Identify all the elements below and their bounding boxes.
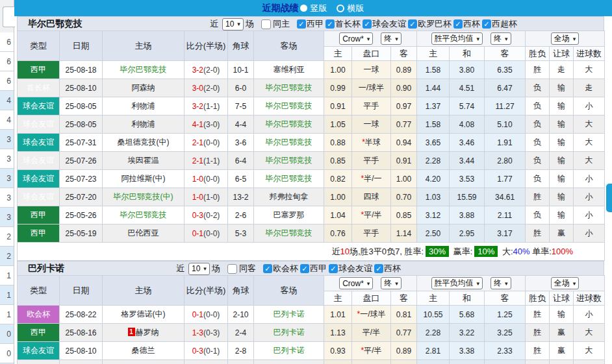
handicap-line: 四球 — [352, 188, 391, 206]
chevron-down-icon: ▾ — [367, 36, 370, 42]
league-filter-checkbox[interactable]: ✓球会友谊 — [329, 263, 372, 274]
radio-vertical-label[interactable]: 竖版 — [311, 3, 327, 14]
avg-time-select[interactable]: 终▾ — [491, 277, 511, 289]
avg-type-select[interactable]: 胜平负均值▾ — [431, 277, 483, 289]
avg-time-select[interactable]: 终▾ — [491, 32, 511, 45]
same-away-checkbox[interactable] — [227, 264, 237, 274]
avg-home-odds: 1.37 — [417, 97, 450, 115]
col-type: 类型 — [18, 31, 60, 61]
avg-draw-odds: 3.46 — [450, 134, 485, 152]
games-label: 场 — [212, 263, 220, 274]
result-goals: 走 — [574, 79, 605, 97]
avg-away-odds: 6.35 — [485, 61, 526, 79]
league-filter-checkbox[interactable]: ✓球会友谊 — [363, 18, 406, 30]
league-filter-checkbox[interactable]: ✓西甲 — [300, 263, 327, 274]
match-date: 25-08-22 — [60, 306, 103, 324]
filter-bar: 近 10▾ 场 同客 ✓欧会杯✓西甲✓球会友谊✓西杯 — [176, 261, 403, 276]
match-date: 25-08-16 — [60, 324, 103, 342]
avg-home-odds: 2.28 — [417, 324, 450, 342]
league-filter-label: 西杯 — [384, 263, 401, 274]
result-wdl: 平 — [526, 360, 550, 364]
result-wdl: 负 — [526, 134, 550, 152]
league-filter-checkbox[interactable]: ✓西杯 — [374, 263, 401, 274]
radio-horizontal-icon[interactable] — [337, 5, 344, 12]
avg-draw-odds — [450, 360, 485, 364]
away-team: 塞维利亚 — [254, 61, 324, 79]
match-type-badge: 球会友谊 — [18, 342, 60, 360]
avg-draw-odds: 4.51 — [450, 79, 485, 97]
league-filter-checkbox[interactable]: ✓首长杯 — [325, 18, 361, 30]
scope-select[interactable]: 全场▾ — [551, 277, 580, 289]
away-team: 邦弗拉甸拿 — [254, 188, 324, 206]
chevron-down-icon: ▾ — [237, 21, 240, 27]
left-table-number: 3 — [0, 208, 14, 227]
section-athletic-bilbao: 毕尔巴鄂竞技 近 10▾ 场 同主 ✓西甲✓首长杯✓球会友谊✓欧罗巴杯✓西杯✓西… — [17, 16, 604, 261]
away-team: 毕尔巴鄂竞技 — [254, 224, 324, 243]
chevron-down-icon: ▾ — [505, 36, 508, 42]
corner-score: 2-8 — [228, 342, 254, 360]
league-filter-checkbox[interactable]: ✓西杯 — [453, 18, 480, 30]
result-goals: 小 — [574, 306, 605, 324]
match-row: 球会友谊25-07-31桑坦德竞技(中)2-1(0-0)3-6毕尔巴鄂竞技0.8… — [18, 134, 605, 152]
league-filter-checkbox[interactable]: ✓西甲 — [297, 18, 324, 30]
match-row: 西甲25-08-18毕尔巴鄂竞技3-2(2-0)10-1塞维利亚1.00一球0.… — [18, 61, 605, 79]
league-filter-checkbox[interactable]: ✓西超杯 — [482, 18, 517, 30]
recent-count-select[interactable]: 10▾ — [222, 18, 244, 30]
scope-select[interactable]: 全场▾ — [551, 32, 580, 45]
left-table-number: 1 — [0, 305, 14, 324]
checkbox-checked-icon: ✓ — [300, 264, 309, 273]
red-card-badge: 1 — [128, 328, 135, 336]
filter-bar: 近 10▾ 场 同主 ✓西甲✓首长杯✓球会友谊✓欧罗巴杯✓西杯✓西超杯 — [210, 17, 519, 31]
sub-wdl: 胜负 — [526, 291, 550, 306]
radio-horizontal-label[interactable]: 横版 — [348, 3, 364, 14]
result-goals: 大 — [574, 324, 605, 342]
away-team: 巴列卡诺 — [254, 342, 324, 360]
handicap-line: 一球 — [352, 115, 391, 134]
avg-away-odds: 1.91 — [485, 134, 526, 152]
match-date: 25-08-05 — [60, 115, 103, 134]
handicap-away-odds: 0.90 — [391, 79, 417, 97]
radio-vertical-selected-icon[interactable] — [300, 5, 307, 12]
recent-count-select[interactable]: 10▾ — [188, 263, 210, 275]
avg-away-odds: 6.47 — [485, 79, 526, 97]
checkbox-checked-icon: ✓ — [374, 264, 383, 273]
odds-company-select[interactable]: Crow*▾ — [339, 32, 373, 45]
odds-company-select[interactable]: Crow*▾ — [339, 277, 373, 289]
score: 0-1(0-0) — [185, 224, 228, 243]
same-home-checkbox[interactable] — [261, 19, 271, 29]
match-date: 25-08-10 — [60, 342, 103, 360]
score: 2-1(1-1) — [185, 152, 228, 170]
match-date: 25-07-31 — [60, 134, 103, 152]
left-clipped-input — [3, 6, 15, 27]
col-corner: 角球 — [228, 31, 254, 61]
sub-goals-result: 进球数 — [574, 291, 605, 306]
result-goals: 大 — [574, 61, 605, 79]
league-filter-checkbox[interactable]: ✓欧罗巴杯 — [408, 18, 452, 30]
match-type-badge: 球会友谊 — [18, 152, 60, 170]
avg-draw-odds: 4.08 — [450, 115, 485, 134]
sub-avg-draw: 和 — [450, 47, 485, 61]
handicap-away-odds — [391, 360, 417, 364]
avg-type-select[interactable]: 胜平负均值▾ — [431, 32, 483, 45]
result-goals: 小 — [574, 170, 605, 188]
avg-away-odds: 2.33 — [485, 342, 526, 360]
scrollbar-thumb[interactable] — [606, 184, 612, 212]
corner-score: 5-3 — [228, 224, 254, 243]
matches-table: 类型 日期 主场 比分(半场) 角球 客场 Crow*▾ 终▾ 胜平负均 — [17, 275, 605, 364]
league-filter-checkbox[interactable]: ✓欧会杯 — [263, 263, 298, 274]
col-corner: 角球 — [228, 276, 254, 306]
sub-handicap-result: 让球 — [550, 47, 574, 61]
handicap-line: 平/半 — [352, 324, 391, 342]
avg-draw-odds: 3.53 — [450, 170, 485, 188]
match-row: 球会友谊25-07-26埃因霍温2-1(1-1)6-4毕尔巴鄂竞技0.85平手0… — [18, 152, 605, 170]
summary-part: 近 — [331, 247, 340, 256]
left-table-number: 6 — [0, 71, 14, 91]
odds-time-select[interactable]: 终▾ — [381, 277, 402, 289]
odds-time-select[interactable]: 终▾ — [381, 32, 402, 45]
checkbox-checked-icon: ✓ — [297, 19, 306, 29]
home-team: 桑德兰 — [103, 342, 185, 360]
home-team: 毕尔巴鄂竞技 — [103, 206, 185, 224]
left-table-number: 0 — [0, 324, 14, 344]
avg-home-odds: 2.50 — [417, 224, 450, 243]
league-filter-label: 西甲 — [307, 18, 324, 30]
